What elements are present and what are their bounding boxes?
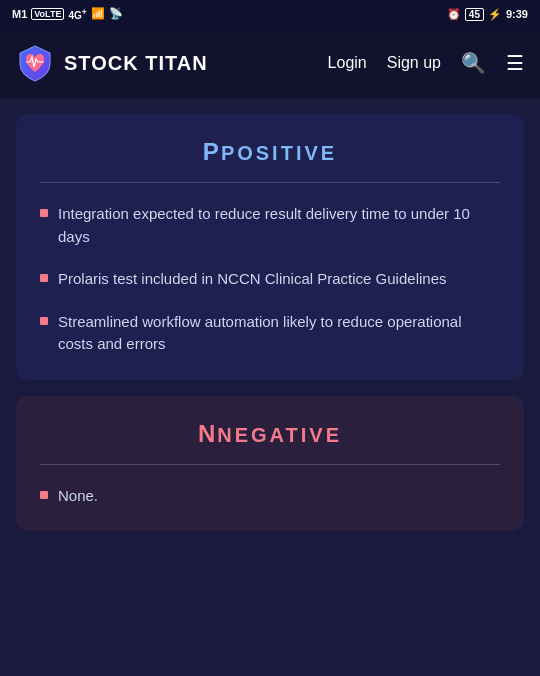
bullet-icon	[40, 317, 48, 325]
bullet-icon	[40, 274, 48, 282]
bullet-icon	[40, 491, 48, 499]
battery-indicator: 45	[465, 8, 484, 21]
network-type: 4G+	[68, 7, 86, 21]
status-right: ⏰ 45 ⚡ 9:39	[447, 8, 528, 21]
status-carrier: M1 VoLTE 4G+ 📶 📡	[12, 7, 123, 21]
volte-badge: VoLTE	[31, 8, 64, 20]
list-item: Prolaris test included in NCCN Clinical …	[40, 268, 500, 291]
list-item: Streamlined workflow automation likely t…	[40, 311, 500, 356]
brand-logo-area[interactable]: STOCK TITAN	[16, 44, 208, 82]
positive-list: Integration expected to reduce result de…	[40, 203, 500, 356]
wifi-icon: 📡	[109, 7, 123, 20]
alarm-icon: ⏰	[447, 8, 461, 21]
positive-title: PPositive	[40, 138, 500, 166]
positive-title-text: Positive	[221, 142, 337, 164]
status-bar: M1 VoLTE 4G+ 📶 📡 ⏰ 45 ⚡ 9:39	[0, 0, 540, 28]
carrier-text: M1	[12, 8, 27, 20]
signal-icon: 📶	[91, 7, 105, 20]
positive-item-1: Integration expected to reduce result de…	[58, 203, 500, 248]
navbar-links: Login Sign up 🔍 ☰	[328, 51, 524, 75]
positive-card: PPositive Integration expected to reduce…	[16, 114, 524, 380]
list-item: Integration expected to reduce result de…	[40, 203, 500, 248]
menu-icon[interactable]: ☰	[506, 51, 524, 75]
negative-list: None.	[40, 485, 500, 508]
login-link[interactable]: Login	[328, 54, 367, 72]
positive-item-2: Prolaris test included in NCCN Clinical …	[58, 268, 446, 291]
search-icon[interactable]: 🔍	[461, 51, 486, 75]
negative-title: NNegative	[40, 420, 500, 448]
brand-name: STOCK TITAN	[64, 52, 208, 75]
list-item: None.	[40, 485, 500, 508]
time-display: 9:39	[506, 8, 528, 20]
navbar: STOCK TITAN Login Sign up 🔍 ☰	[0, 28, 540, 98]
positive-item-3: Streamlined workflow automation likely t…	[58, 311, 500, 356]
negative-divider	[40, 464, 500, 465]
brand-logo-icon	[16, 44, 54, 82]
negative-title-text: Negative	[217, 424, 342, 446]
signup-link[interactable]: Sign up	[387, 54, 441, 72]
negative-card: NNegative None.	[16, 396, 524, 532]
charging-icon: ⚡	[488, 8, 502, 21]
negative-item-1: None.	[58, 485, 98, 508]
main-content: PPositive Integration expected to reduce…	[0, 98, 540, 563]
bullet-icon	[40, 209, 48, 217]
positive-divider	[40, 182, 500, 183]
